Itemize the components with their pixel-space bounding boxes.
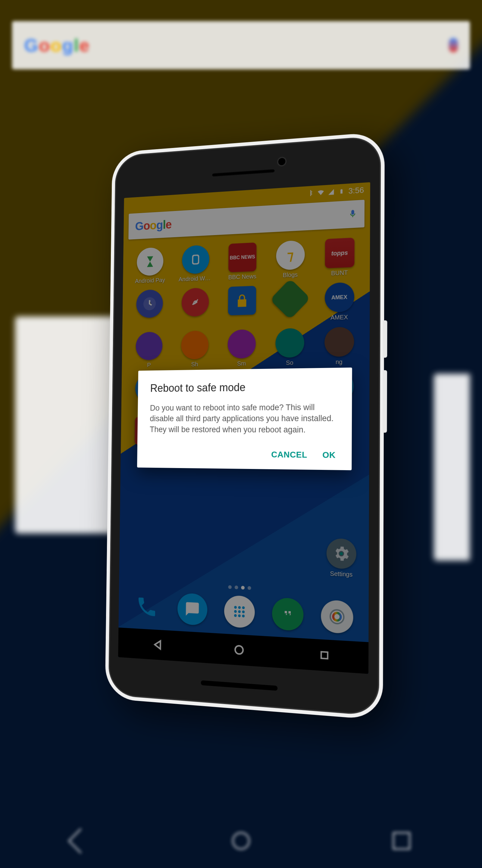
app-label: So	[286, 359, 293, 367]
bunt-icon: topps	[325, 238, 354, 268]
battery-icon	[338, 187, 345, 195]
svg-point-9	[242, 610, 245, 613]
bottom-speaker	[201, 680, 278, 691]
safe-mode-dialog: Reboot to safe mode Do you want to reboo…	[137, 367, 352, 470]
settings-icon	[327, 538, 356, 569]
dialog-body: Do you want to reboot into safe mode? Th…	[150, 402, 338, 435]
app-label: Blogs	[283, 271, 298, 279]
app-tv-movies[interactable]: TV & Movies	[266, 372, 313, 411]
cell-signal-icon	[327, 188, 335, 196]
svg-point-13	[330, 610, 344, 624]
svg-point-11	[238, 614, 241, 617]
bg-nav-hint	[0, 814, 482, 868]
app-label: BUNT	[331, 269, 348, 277]
app-folder-so[interactable]: So	[266, 328, 314, 367]
dialog-actions: CANCEL OK	[150, 445, 338, 464]
ok-button[interactable]: OK	[322, 450, 335, 460]
app-blogs[interactable]: ⁊Blogs	[267, 240, 314, 279]
bg-dialog-hint-right	[434, 374, 470, 561]
nav-home-button[interactable]	[231, 641, 247, 658]
nav-recents-button[interactable]	[316, 646, 333, 664]
app-folder-ng[interactable]: ng	[315, 327, 364, 366]
svg-point-10	[234, 614, 237, 617]
svg-point-15	[235, 646, 243, 654]
app-amex[interactable]: AMEXAMEX	[315, 282, 364, 321]
phone-screen: 3:56 Google Android Pay Android We… BBC …	[118, 182, 370, 674]
earpiece	[212, 168, 275, 177]
amex-text: AMEX	[331, 294, 347, 301]
front-camera	[278, 158, 286, 165]
wifi-icon	[317, 189, 324, 196]
hangouts-icon[interactable]	[272, 597, 303, 631]
folder-icon	[324, 327, 354, 357]
svg-point-12	[242, 615, 245, 618]
weather-icon	[324, 372, 354, 401]
svg-point-4	[234, 606, 237, 609]
app-drawer-icon[interactable]	[224, 595, 255, 628]
camera-icon[interactable]	[321, 600, 353, 634]
app-label: Weather	[327, 403, 350, 410]
phone-frame: 3:56 Google Android Pay Android We… BBC …	[105, 132, 385, 720]
dialog-title: Reboot to safe mode	[150, 380, 338, 395]
svg-point-7	[234, 610, 237, 613]
svg-rect-16	[321, 652, 328, 658]
svg-point-5	[238, 606, 241, 609]
app-feedly[interactable]	[267, 284, 314, 323]
svg-point-14	[333, 613, 341, 621]
app-settings[interactable]: Settings	[326, 538, 356, 578]
cancel-button[interactable]: CANCEL	[271, 450, 307, 460]
folder-icon	[275, 328, 304, 358]
svg-point-6	[242, 607, 245, 610]
status-time: 3:56	[348, 185, 364, 196]
bluetooth-icon	[307, 189, 314, 197]
svg-point-8	[238, 610, 241, 613]
blogs-icon: ⁊	[276, 240, 305, 270]
app-bunt[interactable]: toppsBUNT	[315, 237, 364, 278]
app-weather[interactable]: Weather	[315, 371, 363, 410]
feedly-icon	[270, 278, 311, 319]
app-label: TV & Movies	[272, 403, 307, 410]
app-label: ng	[335, 358, 343, 366]
bg-search-hint: Google	[12, 21, 470, 69]
tv-icon	[275, 372, 304, 402]
svg-point-3	[340, 552, 343, 555]
mic-icon[interactable]	[349, 207, 357, 221]
app-label: AMEX	[330, 314, 348, 321]
amex-icon: AMEX	[324, 282, 354, 313]
app-label: Settings	[330, 570, 353, 578]
